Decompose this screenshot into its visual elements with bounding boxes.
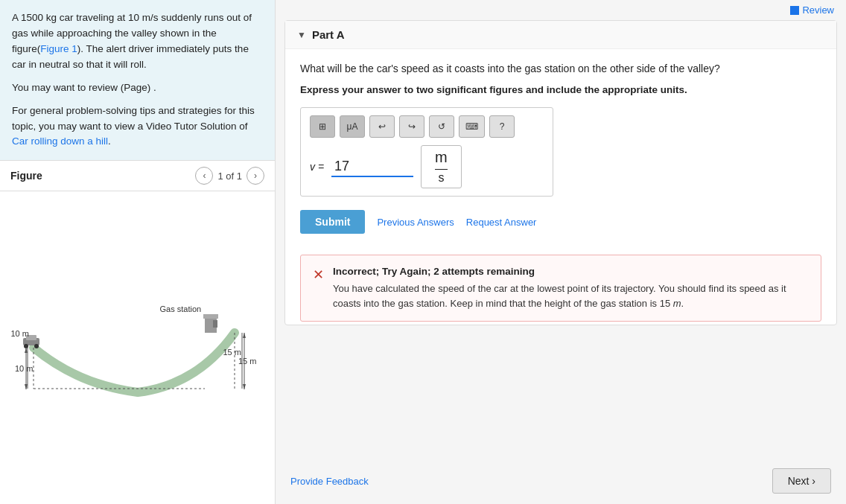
figure-svg: 15 m 10 m [11, 288, 264, 407]
answer-toolbar: ⊞ μΑ ↩ ↪ ↺ ⌨ [310, 115, 544, 138]
figure-title: Figure [10, 170, 42, 182]
mu-icon: μΑ [347, 121, 358, 132]
page-indicator: 1 of 1 [217, 170, 242, 182]
unit-numerator: m [435, 149, 448, 168]
redo-icon: ↪ [408, 121, 416, 132]
unit-denominator: s [438, 171, 444, 185]
gas-station-label: Gas station [160, 304, 202, 313]
figure-next-btn[interactable]: › [247, 167, 264, 185]
request-answer-link[interactable]: Request Answer [466, 217, 537, 228]
figure1-link[interactable]: Figure 1 [40, 43, 77, 54]
context-paragraph2: You may want to review (Page) . [12, 80, 263, 96]
previous-answers-link[interactable]: Previous Answers [377, 217, 454, 228]
car-rolling-link[interactable]: Car rolling down a hill [12, 135, 108, 147]
height-left-label: 10 m [11, 329, 29, 338]
toolbar-keyboard-btn[interactable]: ⌨ [459, 115, 485, 138]
toolbar-redo-btn[interactable]: ↪ [399, 115, 424, 138]
review-bar: Review [276, 0, 846, 20]
unit-line [435, 169, 448, 170]
error-body: You have calculated the speed of the car… [333, 281, 809, 310]
context-paragraph3: For general problem-solving tips and str… [12, 103, 263, 150]
answer-input-row: v = m s [310, 145, 544, 188]
left-panel: A 1500 kg car traveling at 10 m/s sudden… [0, 0, 276, 504]
provide-feedback-link[interactable]: Provide Feedback [290, 476, 369, 487]
svg-marker-15 [25, 348, 28, 353]
svg-marker-16 [25, 384, 28, 389]
matrix-icon: ⊞ [319, 121, 326, 132]
review-icon [790, 6, 799, 15]
figure-nav: ‹ 1 of 1 › [195, 167, 264, 185]
toolbar-undo-btn[interactable]: ↩ [369, 115, 395, 138]
error-title: Incorrect; Try Again; 2 attempts remaini… [333, 266, 809, 277]
svg-text:10 m: 10 m [15, 364, 33, 373]
figure-header: Figure ‹ 1 of 1 › [0, 160, 275, 191]
error-content: Incorrect; Try Again; 2 attempts remaini… [333, 266, 809, 310]
answer-box: ⊞ μΑ ↩ ↪ ↺ ⌨ [300, 107, 553, 197]
part-card: ▼ Part A What will be the car's speed as… [284, 20, 837, 325]
v-label: v = [310, 161, 324, 173]
error-icon: ✕ [313, 267, 324, 310]
reset-icon: ↺ [438, 121, 445, 132]
keyboard-icon: ⌨ [465, 121, 478, 132]
review-link[interactable]: Review [790, 4, 834, 16]
undo-icon: ↩ [378, 121, 386, 132]
answer-input[interactable] [331, 157, 413, 177]
submit-row: Submit Previous Answers Request Answer [300, 210, 821, 234]
toolbar-matrix-btn[interactable]: ⊞ [310, 115, 335, 138]
svg-rect-12 [213, 320, 217, 328]
context-box: A 1500 kg car traveling at 10 m/s sudden… [0, 0, 275, 160]
submit-button[interactable]: Submit [300, 210, 365, 234]
svg-rect-13 [203, 314, 218, 319]
part-body: What will be the car's speed as it coast… [285, 49, 836, 246]
figure-section: Figure ‹ 1 of 1 › [0, 160, 275, 504]
figure-prev-btn[interactable]: ‹ [195, 167, 213, 185]
right-panel: Review ▼ Part A What will be the car's s… [276, 0, 846, 504]
toolbar-reset-btn[interactable]: ↺ [429, 115, 454, 138]
instruction-text: Express your answer to two significant f… [300, 84, 821, 95]
next-button[interactable]: Next › [772, 468, 831, 494]
part-header: ▼ Part A [285, 21, 836, 49]
bottom-bar: Provide Feedback Next › [276, 458, 846, 504]
help-icon: ? [500, 121, 505, 132]
svg-point-10 [34, 344, 39, 348]
svg-text:15 m: 15 m [238, 357, 256, 366]
question-text: What will be the car's speed as it coast… [300, 61, 821, 77]
unit-fraction: m s [421, 145, 462, 188]
height-right-label: 15 m [223, 348, 241, 357]
svg-marker-19 [243, 384, 246, 389]
toolbar-mu-btn[interactable]: μΑ [340, 115, 365, 138]
part-label: Part A [312, 28, 345, 41]
figure-canvas: 15 m 10 m [0, 191, 275, 504]
part-collapse-icon[interactable]: ▼ [297, 30, 306, 40]
toolbar-help-btn[interactable]: ? [489, 115, 515, 138]
error-box: ✕ Incorrect; Try Again; 2 attempts remai… [300, 255, 821, 322]
svg-marker-18 [243, 333, 246, 338]
context-paragraph1: A 1500 kg car traveling at 10 m/s sudden… [12, 10, 263, 73]
